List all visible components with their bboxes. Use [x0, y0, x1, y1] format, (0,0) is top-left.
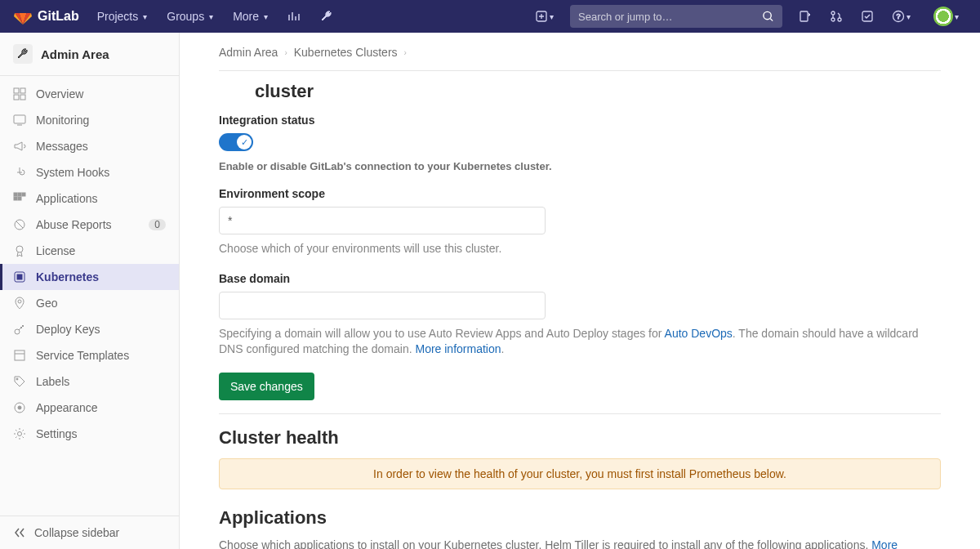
- applications-heading: Applications: [219, 507, 941, 529]
- gitlab-icon: [13, 7, 33, 26]
- topbar-left: GitLab Projects▾ Groups▾ More▾: [13, 0, 341, 33]
- badge: 0: [149, 219, 166, 230]
- monitor-icon: [13, 114, 26, 127]
- svg-rect-2: [800, 11, 808, 21]
- svg-point-20: [16, 246, 23, 252]
- svg-rect-18: [18, 197, 21, 200]
- nav-more[interactable]: More▾: [225, 0, 276, 33]
- sidebar-item-monitoring[interactable]: Monitoring: [0, 107, 179, 133]
- divider: [219, 413, 941, 414]
- sidebar-item-overview[interactable]: Overview: [0, 81, 179, 107]
- breadcrumb-item[interactable]: Admin Area: [219, 46, 278, 59]
- sidebar-item-geo[interactable]: Geo: [0, 290, 179, 316]
- svg-text:?: ?: [896, 12, 900, 20]
- sidebar-item-label: Settings: [36, 427, 78, 440]
- cluster-health-alert: In order to view the health of your clus…: [219, 458, 941, 489]
- search-input[interactable]: [578, 11, 762, 23]
- search-box[interactable]: [570, 5, 782, 28]
- sidebar-item-label: Service Templates: [36, 349, 129, 362]
- svg-rect-16: [22, 193, 25, 196]
- sidebar-item-label: License: [36, 244, 75, 257]
- base-domain-input[interactable]: [219, 292, 546, 319]
- breadcrumb-item[interactable]: Kubernetes Clusters: [294, 46, 398, 59]
- help-icon[interactable]: ?▾: [884, 0, 919, 33]
- sidebar-item-label: Labels: [36, 375, 69, 388]
- sidebar-item-label: Monitoring: [36, 114, 89, 127]
- activity-icon[interactable]: [279, 0, 309, 33]
- wrench-icon: [13, 44, 33, 64]
- key-icon: [13, 323, 26, 336]
- abuse-icon: [13, 218, 26, 231]
- base-domain-hint: Specifying a domain will allow you to us…: [219, 326, 941, 358]
- auto-devops-link[interactable]: Auto DevOps: [665, 327, 733, 340]
- sidebar-item-deploy-keys[interactable]: Deploy Keys: [0, 316, 179, 342]
- wrench-icon[interactable]: [312, 0, 341, 33]
- svg-point-1: [764, 11, 771, 19]
- avatar: [933, 7, 953, 26]
- license-icon: [13, 244, 26, 257]
- todos-icon[interactable]: [853, 0, 882, 33]
- issues-icon[interactable]: [791, 0, 820, 33]
- sidebar-item-labels[interactable]: Labels: [0, 368, 179, 395]
- sidebar-items: Overview Monitoring Messages System Hook…: [0, 76, 179, 516]
- svg-point-5: [838, 18, 841, 21]
- nav-groups[interactable]: Groups▾: [158, 0, 221, 33]
- svg-rect-13: [14, 115, 25, 123]
- apps-icon: [13, 192, 26, 205]
- sidebar-item-label: Abuse Reports: [36, 218, 112, 231]
- overview-icon: [13, 87, 26, 100]
- bullhorn-icon: [13, 140, 26, 153]
- sidebar-item-messages[interactable]: Messages: [0, 133, 179, 159]
- kubernetes-icon: [13, 270, 26, 283]
- env-scope-input[interactable]: [219, 207, 546, 234]
- sidebar-item-appearance[interactable]: Appearance: [0, 395, 179, 421]
- env-scope-hint: Choose which of your environments will u…: [219, 241, 941, 257]
- chevron-down-icon: ▾: [143, 12, 147, 21]
- merge-request-icon[interactable]: [822, 0, 851, 33]
- integration-help: Enable or disable GitLab's connection to…: [219, 160, 941, 172]
- collapse-label: Collapse sidebar: [34, 526, 119, 539]
- sidebar-item-kubernetes[interactable]: Kubernetes: [0, 264, 179, 290]
- sidebar-item-abuse-reports[interactable]: Abuse Reports0: [0, 212, 179, 238]
- sidebar-header[interactable]: Admin Area: [0, 33, 179, 76]
- plus-icon[interactable]: ▾: [527, 0, 562, 33]
- save-button[interactable]: Save changes: [219, 373, 314, 400]
- svg-point-28: [18, 406, 21, 409]
- sidebar: Admin Area Overview Monitoring Messages …: [0, 33, 180, 549]
- user-menu[interactable]: ▾: [920, 0, 967, 33]
- sidebar-item-system-hooks[interactable]: System Hooks: [0, 159, 179, 185]
- svg-point-23: [18, 300, 21, 303]
- nav-projects[interactable]: Projects▾: [89, 0, 156, 33]
- sidebar-item-settings[interactable]: Settings: [0, 421, 179, 447]
- tag-icon: [13, 375, 26, 388]
- collapse-icon: [13, 526, 26, 539]
- svg-point-29: [18, 432, 22, 436]
- sidebar-item-label: Appearance: [36, 401, 98, 414]
- sidebar-item-label: Overview: [36, 87, 83, 100]
- svg-rect-17: [14, 197, 17, 200]
- sidebar-item-service-templates[interactable]: Service Templates: [0, 342, 179, 368]
- chevron-down-icon: ▾: [955, 12, 959, 21]
- env-scope-label: Environment scope: [219, 187, 941, 200]
- applications-desc: Choose which applications to install on …: [219, 538, 941, 549]
- base-domain-label: Base domain: [219, 272, 941, 285]
- svg-rect-10: [20, 88, 25, 93]
- svg-rect-22: [17, 274, 22, 279]
- gear-icon: [13, 427, 26, 440]
- svg-rect-11: [14, 95, 19, 100]
- sidebar-title: Admin Area: [41, 47, 109, 61]
- section-base-domain: Base domain Specifying a domain will all…: [219, 272, 941, 358]
- sidebar-item-license[interactable]: License: [0, 238, 179, 264]
- breadcrumb: Admin Area › Kubernetes Clusters ›: [219, 46, 941, 71]
- svg-point-3: [831, 11, 835, 15]
- sidebar-item-label: Geo: [36, 297, 57, 310]
- content: Admin Area › Kubernetes Clusters › clust…: [180, 33, 980, 549]
- more-info-link[interactable]: More information: [415, 342, 501, 355]
- sidebar-item-applications[interactable]: Applications: [0, 185, 179, 212]
- integration-toggle[interactable]: ✓: [219, 133, 253, 151]
- gitlab-logo[interactable]: GitLab: [13, 7, 79, 26]
- search-icon: [762, 10, 774, 23]
- geo-icon: [13, 297, 26, 310]
- chevron-right-icon: ›: [404, 48, 407, 57]
- collapse-sidebar[interactable]: Collapse sidebar: [0, 516, 179, 549]
